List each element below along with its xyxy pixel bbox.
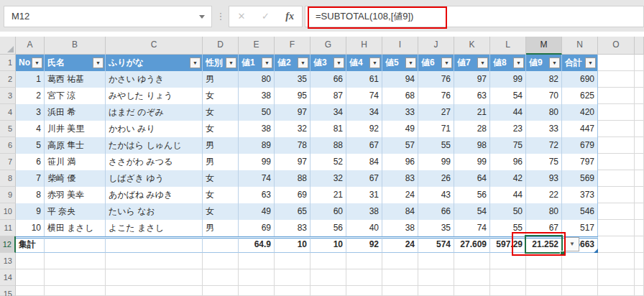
col-header-B[interactable]: B — [45, 37, 106, 55]
col-header-J[interactable]: J — [418, 37, 454, 55]
cell-O4[interactable] — [598, 104, 635, 121]
row-header-3[interactable]: 3 — [0, 88, 16, 104]
cell-E11[interactable]: 69 — [239, 220, 275, 236]
cell-M7[interactable]: 75 — [526, 154, 562, 170]
cell-A5[interactable]: 4 — [16, 121, 45, 137]
filter-button-J1[interactable]: ▼ — [441, 57, 452, 68]
col-header-N[interactable]: N — [562, 37, 598, 55]
cell-E4[interactable]: 50 — [239, 104, 275, 121]
row-header-9[interactable]: 9 — [0, 187, 16, 203]
row-header-2[interactable]: 2 — [0, 71, 16, 88]
col-header-A[interactable]: A — [16, 37, 45, 55]
cell-A11[interactable]: 10 — [16, 220, 45, 236]
cell-A15[interactable] — [16, 286, 45, 296]
cell-E5[interactable]: 38 — [239, 121, 275, 137]
cell-I12[interactable]: 24 — [382, 236, 418, 253]
total-row-dropdown-button[interactable]: ▼ — [565, 237, 579, 251]
cell-K5[interactable]: 28 — [454, 121, 490, 137]
filter-button-E1[interactable]: ▼ — [262, 57, 272, 68]
cell-K12[interactable]: 27.609 — [454, 236, 490, 253]
col-header-M[interactable]: M — [526, 37, 562, 55]
cell-O2[interactable] — [598, 71, 635, 88]
cell-G10[interactable]: 60 — [310, 203, 346, 220]
cell-G7[interactable]: 52 — [310, 154, 346, 170]
cell-E3[interactable]: 38 — [239, 88, 275, 104]
cell-stub12[interactable] — [635, 236, 644, 253]
cell-L2[interactable]: 99 — [490, 71, 526, 88]
cell-F3[interactable]: 95 — [275, 88, 310, 104]
row-header-1[interactable]: 1 — [0, 55, 16, 71]
cell-O13[interactable] — [598, 253, 635, 269]
cell-H2[interactable]: 61 — [346, 71, 382, 88]
filter-button-N1[interactable]: ▼ — [585, 57, 596, 68]
cell-A8[interactable]: 7 — [16, 170, 45, 187]
select-all-corner[interactable] — [0, 37, 16, 55]
cell-L4[interactable]: 44 — [490, 104, 526, 121]
cell-A2[interactable]: 1 — [16, 71, 45, 88]
cell-I1[interactable]: 値5▼ — [382, 55, 418, 71]
cell-M3[interactable]: 70 — [526, 88, 562, 104]
cell-F12[interactable]: 10 — [275, 236, 310, 253]
filter-button-D1[interactable]: ▼ — [226, 57, 236, 68]
cell-K1[interactable]: 値7▼ — [454, 55, 490, 71]
cell-B11[interactable]: 横田 まさし — [45, 220, 106, 236]
row-header-15[interactable]: 15 — [0, 286, 16, 296]
cell-D9[interactable]: 女 — [203, 187, 239, 203]
cell-K14[interactable] — [454, 269, 490, 286]
cell-E2[interactable]: 80 — [239, 71, 275, 88]
cell-stub7[interactable] — [635, 154, 644, 170]
cell-K13[interactable] — [454, 253, 490, 269]
cell-D14[interactable] — [203, 269, 239, 286]
cell-I7[interactable]: 96 — [382, 154, 418, 170]
cell-K4[interactable]: 21 — [454, 104, 490, 121]
cell-E1[interactable]: 値1▼ — [239, 55, 275, 71]
cell-N15[interactable] — [562, 286, 598, 296]
row-header-10[interactable]: 10 — [0, 203, 16, 220]
cell-stub4[interactable] — [635, 104, 644, 121]
cell-K15[interactable] — [454, 286, 490, 296]
cell-O11[interactable] — [598, 220, 635, 236]
row-header-7[interactable]: 7 — [0, 154, 16, 170]
row-header-14[interactable]: 14 — [0, 269, 16, 286]
cell-F6[interactable]: 78 — [275, 137, 310, 154]
row-header-6[interactable]: 6 — [0, 137, 16, 154]
col-header-stub[interactable] — [635, 37, 644, 55]
cell-L15[interactable] — [490, 286, 526, 296]
cell-H11[interactable]: 40 — [346, 220, 382, 236]
cell-N4[interactable]: 420 — [562, 104, 598, 121]
cell-B5[interactable]: 川井 美里 — [45, 121, 106, 137]
cell-I6[interactable]: 57 — [382, 137, 418, 154]
cell-H7[interactable]: 84 — [346, 154, 382, 170]
cell-A10[interactable]: 9 — [16, 203, 45, 220]
cell-stub1[interactable] — [635, 55, 644, 71]
cell-G2[interactable]: 66 — [310, 71, 346, 88]
cell-F7[interactable]: 97 — [275, 154, 310, 170]
cell-E13[interactable] — [239, 253, 275, 269]
cell-M5[interactable]: 33 — [526, 121, 562, 137]
cell-B6[interactable]: 高原 隼士 — [45, 137, 106, 154]
filter-button-M1[interactable]: ▼ — [549, 57, 560, 68]
cell-H12[interactable]: 92 — [346, 236, 382, 253]
cell-J5[interactable]: 71 — [418, 121, 454, 137]
cell-O15[interactable] — [598, 286, 635, 296]
filter-button-H1[interactable]: ▼ — [369, 57, 380, 68]
cell-E12[interactable]: 64.9 — [239, 236, 275, 253]
cell-O14[interactable] — [598, 269, 635, 286]
cell-E8[interactable]: 74 — [239, 170, 275, 187]
cell-M15[interactable] — [526, 286, 562, 296]
cell-N7[interactable]: 797 — [562, 154, 598, 170]
cell-E10[interactable]: 49 — [239, 203, 275, 220]
cell-D12[interactable] — [203, 236, 239, 253]
cell-E9[interactable]: 63 — [239, 187, 275, 203]
row-header-12[interactable]: 12 — [0, 236, 16, 253]
col-header-C[interactable]: C — [106, 37, 203, 55]
cell-stub11[interactable] — [635, 220, 644, 236]
cell-O1[interactable] — [598, 55, 635, 71]
cell-O7[interactable] — [598, 154, 635, 170]
cell-O12[interactable] — [598, 236, 635, 253]
cell-K10[interactable]: 54 — [454, 203, 490, 220]
cell-A9[interactable]: 8 — [16, 187, 45, 203]
cell-F5[interactable]: 32 — [275, 121, 310, 137]
col-header-L[interactable]: L — [490, 37, 526, 55]
cell-K8[interactable]: 64 — [454, 170, 490, 187]
